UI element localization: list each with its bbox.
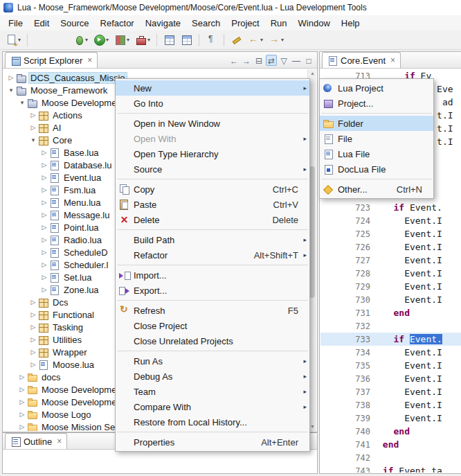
- menu-item-properties[interactable]: PropertiesAlt+Enter: [116, 434, 309, 450]
- submenu-item-file[interactable]: File: [320, 131, 433, 146]
- tab-script-explorer[interactable]: Script Explorer ×: [5, 52, 98, 68]
- menubar-item-file[interactable]: File: [3, 17, 28, 30]
- menubar-item-window[interactable]: Window: [293, 17, 336, 30]
- collapsed-arrow-icon[interactable]: ▷: [39, 249, 49, 256]
- code-line-730[interactable]: 730 Event.I: [320, 293, 461, 306]
- menubar-item-run[interactable]: Run: [265, 17, 293, 30]
- last-edit-location-button[interactable]: [228, 33, 244, 48]
- code-line-741[interactable]: 741 end: [320, 438, 461, 451]
- code-line-736[interactable]: 736 Event.I: [320, 372, 461, 385]
- link-with-editor-icon[interactable]: ⇄: [266, 55, 277, 66]
- collapsed-arrow-icon[interactable]: ▷: [28, 336, 38, 343]
- dropdown-arrow-icon[interactable]: ▾: [18, 37, 21, 43]
- line-number[interactable]: 735: [320, 361, 370, 371]
- collapsed-arrow-icon[interactable]: ▷: [39, 174, 49, 181]
- line-number[interactable]: 732: [320, 321, 370, 331]
- collapsed-arrow-icon[interactable]: ▷: [39, 161, 49, 168]
- dropdown-arrow-icon[interactable]: ▾: [147, 37, 150, 43]
- collapsed-arrow-icon[interactable]: ▷: [39, 236, 49, 243]
- code-line-739[interactable]: 739 Event.I: [320, 412, 461, 425]
- collapsed-arrow-icon[interactable]: ▷: [28, 324, 38, 330]
- collapsed-arrow-icon[interactable]: ▷: [39, 186, 49, 193]
- dropdown-arrow-icon[interactable]: ▾: [106, 37, 109, 43]
- expanded-arrow-icon[interactable]: ▾: [6, 87, 16, 94]
- menubar-item-refactor[interactable]: Refactor: [95, 17, 140, 30]
- dropdown-arrow-icon[interactable]: ▾: [281, 37, 284, 43]
- coverage-button[interactable]: ▾: [112, 33, 132, 48]
- code-line-726[interactable]: 726 Event.I: [320, 240, 461, 254]
- line-number[interactable]: 737: [320, 387, 370, 397]
- open-lua-table-button[interactable]: [179, 33, 195, 48]
- menubar-item-navigate[interactable]: Navigate: [140, 17, 186, 30]
- collapse-all-icon[interactable]: ⊟: [253, 55, 264, 66]
- menu-item-build-path[interactable]: Build Path▸: [116, 232, 309, 247]
- run-button[interactable]: ▾: [91, 33, 111, 48]
- menu-item-go-into[interactable]: Go Into: [116, 96, 309, 111]
- collapsed-arrow-icon[interactable]: ▷: [39, 274, 49, 281]
- submenu-item-other[interactable]: Other...Ctrl+N: [320, 182, 433, 197]
- line-number[interactable]: 725: [320, 229, 370, 239]
- menu-item-source[interactable]: Source▸: [116, 161, 309, 177]
- debug-button[interactable]: ▾: [71, 33, 90, 48]
- code-line-734[interactable]: 734 Event.I: [320, 346, 461, 359]
- collapsed-arrow-icon[interactable]: ▷: [39, 211, 49, 218]
- code-line-738[interactable]: 738 Event.I: [320, 398, 461, 412]
- menu-item-debug-as[interactable]: Debug As▸: [116, 369, 309, 384]
- collapsed-arrow-icon[interactable]: ▷: [39, 224, 49, 231]
- line-number[interactable]: 742: [320, 453, 370, 463]
- dropdown-arrow-icon[interactable]: ▾: [85, 37, 88, 43]
- menu-item-close-unrelated-projects[interactable]: Close Unrelated Projects: [116, 333, 309, 349]
- collapsed-arrow-icon[interactable]: ▷: [39, 149, 49, 156]
- mark-occurrences-button[interactable]: [204, 33, 219, 48]
- menu-item-import[interactable]: Import...: [116, 267, 309, 283]
- menu-item-compare-with[interactable]: Compare With▸: [116, 399, 309, 414]
- code-line-725[interactable]: 725 Event.I: [320, 227, 461, 240]
- code-line-728[interactable]: 728 Event.I: [320, 267, 461, 280]
- menu-item-refresh[interactable]: RefreshF5: [116, 303, 309, 318]
- submenu-item-lua-file[interactable]: Lua File: [320, 146, 433, 161]
- code-line-727[interactable]: 727 Event.I: [320, 254, 461, 267]
- line-number[interactable]: 741: [320, 440, 370, 450]
- scrollbar-thumb[interactable]: [309, 166, 315, 298]
- close-icon[interactable]: ×: [87, 55, 92, 65]
- collapsed-arrow-icon[interactable]: ▷: [28, 349, 38, 355]
- forward-button[interactable]: ▾: [266, 33, 286, 48]
- collapsed-arrow-icon[interactable]: ▷: [17, 386, 27, 393]
- forward-arrow-icon[interactable]: →: [241, 55, 252, 66]
- menubar-item-project[interactable]: Project: [226, 17, 264, 30]
- line-number[interactable]: 729: [320, 282, 370, 292]
- collapsed-arrow-icon[interactable]: ▷: [28, 299, 38, 306]
- code-line-724[interactable]: 724 Event.I: [320, 214, 461, 227]
- menu-item-export[interactable]: Export...: [116, 283, 309, 298]
- line-number[interactable]: 731: [320, 308, 370, 318]
- menu-item-copy[interactable]: CopyCtrl+C: [116, 182, 309, 197]
- code-line-742[interactable]: 742: [320, 451, 461, 464]
- minimize-icon[interactable]: —: [291, 55, 302, 66]
- scroll-up-icon[interactable]: ▲: [308, 69, 317, 78]
- collapsed-arrow-icon[interactable]: ▷: [28, 311, 38, 318]
- menu-item-open-in-new-window[interactable]: Open in New Window: [116, 116, 309, 131]
- line-number[interactable]: 723: [320, 203, 370, 213]
- menubar-item-source[interactable]: Source: [55, 17, 94, 30]
- menu-item-team[interactable]: Team▸: [116, 384, 309, 399]
- new-wizard-button[interactable]: ▾: [3, 33, 23, 48]
- code-line-740[interactable]: 740 end: [320, 425, 461, 438]
- line-number[interactable]: 727: [320, 256, 370, 265]
- menu-item-paste[interactable]: PasteCtrl+V: [116, 197, 309, 212]
- back-button[interactable]: ▾: [246, 33, 265, 48]
- collapsed-arrow-icon[interactable]: ▷: [6, 74, 16, 81]
- line-number[interactable]: 740: [320, 427, 370, 437]
- code-line-723[interactable]: 723 if Event.: [320, 201, 461, 214]
- menu-item-close-project[interactable]: Close Project: [116, 318, 309, 333]
- submenu-item-folder[interactable]: Folder: [320, 116, 433, 131]
- close-icon[interactable]: ×: [57, 437, 62, 446]
- tab-core-event[interactable]: Core.Event ×: [322, 52, 401, 68]
- code-line-737[interactable]: 737 Event.I: [320, 385, 461, 398]
- maximize-icon[interactable]: □: [303, 55, 314, 66]
- line-number[interactable]: 724: [320, 216, 370, 226]
- line-number[interactable]: 736: [320, 374, 370, 384]
- external-tools-button[interactable]: ▾: [133, 33, 152, 48]
- collapsed-arrow-icon[interactable]: ▷: [39, 261, 49, 268]
- line-number[interactable]: 733: [320, 335, 370, 344]
- menubar-item-edit[interactable]: Edit: [28, 17, 55, 30]
